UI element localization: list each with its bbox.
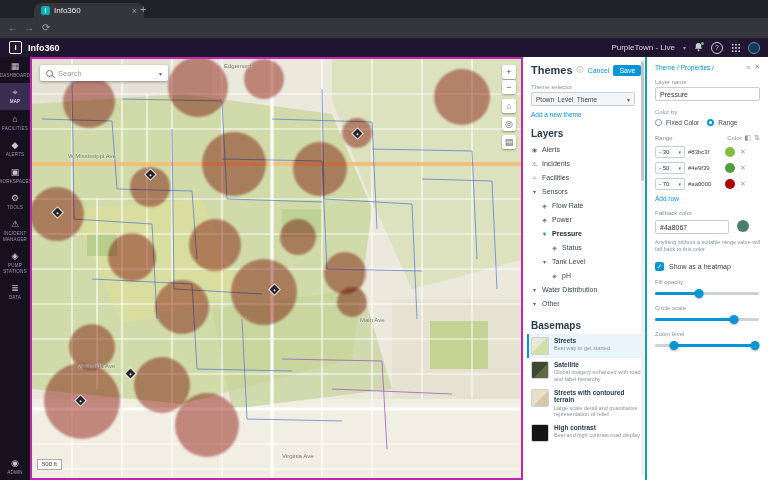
- layer-item-flow-rate[interactable]: ◈Flow Rate: [531, 198, 645, 212]
- fill-opacity-slider[interactable]: [655, 292, 759, 295]
- heatmap-circle: [337, 287, 367, 317]
- chevron-down-icon[interactable]: ▾: [531, 300, 538, 307]
- layer-item-label: Status: [562, 244, 582, 251]
- layer-item-pressure[interactable]: ▾Pressure: [531, 226, 645, 240]
- notifications-bell-icon[interactable]: [694, 42, 703, 54]
- range-row: - 70▾#aa0000✕: [655, 178, 760, 190]
- range-color-swatch[interactable]: [725, 179, 735, 189]
- browser-tab[interactable]: I Info360 ×: [34, 3, 144, 18]
- sidebar-item-map[interactable]: ⌖Map: [0, 83, 30, 109]
- delete-row-icon[interactable]: ✕: [740, 148, 746, 156]
- layer-item-tank-level[interactable]: ▾Tank Level: [531, 254, 645, 268]
- layer-item-facilities[interactable]: ⌂Facilities: [531, 170, 645, 184]
- breadcrumb[interactable]: Theme / Properties /: [655, 64, 742, 71]
- sidebar-item-facilities[interactable]: ⌂Facilities: [0, 110, 30, 136]
- close-icon[interactable]: ✕: [754, 63, 760, 71]
- new-tab-button[interactable]: +: [140, 3, 146, 15]
- home-extent-button[interactable]: ⌂: [502, 99, 516, 113]
- sidebar-item-pump-stations[interactable]: ◈Pump Stations: [0, 247, 30, 279]
- range-radio[interactable]: [707, 119, 714, 126]
- palette-icon[interactable]: ◧: [745, 134, 752, 142]
- sidebar-item-tools[interactable]: ⚙Tools: [0, 189, 30, 215]
- layer-item-status[interactable]: ◈Status: [531, 240, 645, 254]
- sidebar-item-data[interactable]: ≣Data: [0, 279, 30, 305]
- workspace-selector[interactable]: PurpleTown - Live: [611, 43, 675, 52]
- sort-icon[interactable]: ⇅: [754, 134, 760, 142]
- chevron-down-icon[interactable]: ▾: [159, 70, 162, 77]
- range-operator-dropdown[interactable]: - 50▾: [655, 162, 685, 174]
- admin-icon: ◉: [11, 459, 19, 468]
- theme-selector-dropdown[interactable]: Ptown_Level_Theme ▾: [531, 92, 635, 106]
- reload-icon[interactable]: ⟳: [42, 22, 50, 33]
- layer-item-water-distribution[interactable]: ▾Water Distribution: [531, 282, 645, 296]
- panel-menu-icon[interactable]: ≡: [746, 64, 750, 71]
- layers-button[interactable]: ▤: [502, 135, 516, 149]
- basemap-item-terrain[interactable]: Streets with contoured terrainLarge scal…: [527, 386, 645, 421]
- save-button[interactable]: Save: [613, 65, 641, 76]
- sensor-icon: ◈: [551, 244, 558, 251]
- chevron-down-icon[interactable]: ▾: [531, 188, 538, 195]
- chevron-down-icon[interactable]: ▾: [531, 286, 538, 293]
- range-operator-dropdown[interactable]: - 70▾: [655, 178, 685, 190]
- forward-icon[interactable]: →: [24, 22, 34, 33]
- layer-name-input[interactable]: Pressure: [655, 87, 760, 101]
- layer-item-power[interactable]: ◈Power: [531, 212, 645, 226]
- help-icon[interactable]: ?: [711, 42, 723, 54]
- contrast-thumbnail: [531, 424, 549, 442]
- sidebar-item-admin[interactable]: ◉Admin: [0, 454, 30, 480]
- sidebar-item-label: Facilities: [2, 126, 28, 131]
- fallback-color-input[interactable]: #4a8067: [655, 220, 729, 234]
- zoom-level-label: Zoom level: [655, 331, 760, 337]
- circle-scale-slider[interactable]: [655, 318, 759, 321]
- user-avatar[interactable]: [748, 42, 760, 54]
- slider-handle-min[interactable]: [669, 341, 678, 350]
- basemap-item-contrast[interactable]: High contrastBest and high contrast road…: [527, 421, 645, 445]
- zoom-level-slider[interactable]: [655, 344, 759, 347]
- add-row-link[interactable]: Add row: [655, 195, 760, 202]
- layer-item-ph[interactable]: ◈pH: [531, 268, 645, 282]
- fallback-color-swatch[interactable]: [737, 220, 749, 232]
- app-grid-icon[interactable]: [731, 43, 740, 52]
- zoom-in-button[interactable]: +: [502, 65, 516, 79]
- range-color-swatch[interactable]: [725, 163, 735, 173]
- chevron-down-icon[interactable]: ▾: [541, 230, 548, 237]
- basemap-item-satellite[interactable]: SatelliteGlobal imagery enhanced with ro…: [527, 358, 645, 386]
- scrollbar[interactable]: [641, 61, 644, 475]
- add-theme-link[interactable]: Add a new theme: [531, 111, 645, 118]
- layer-item-label: Facilities: [542, 174, 569, 181]
- cancel-button[interactable]: Cancel: [588, 67, 610, 74]
- delete-row-icon[interactable]: ✕: [740, 180, 746, 188]
- map-search-box[interactable]: Search ▾: [40, 65, 168, 81]
- basemap-description: Large scale detail and quantitative repr…: [554, 405, 641, 418]
- range-color-swatch[interactable]: [725, 147, 735, 157]
- app-logo[interactable]: I: [9, 41, 22, 54]
- info-icon[interactable]: ⓘ: [577, 65, 584, 75]
- basemap-description: Best way to get started: [554, 345, 610, 352]
- slider-handle[interactable]: [730, 315, 739, 324]
- delete-row-icon[interactable]: ✕: [740, 164, 746, 172]
- heatmap-checkbox-label: Show as a heatmap: [669, 263, 731, 270]
- locate-button[interactable]: ◎: [502, 117, 516, 131]
- layer-item-sensors[interactable]: ▾Sensors: [531, 184, 645, 198]
- sidebar-item-alerts[interactable]: ◆Alerts: [0, 136, 30, 162]
- tab-close-icon[interactable]: ×: [132, 6, 137, 16]
- heatmap-checkbox[interactable]: ✓: [655, 262, 664, 271]
- sidebar-item-incident-manager[interactable]: ⚠Incident Manager: [0, 215, 30, 247]
- basemap-item-streets[interactable]: StreetsBest way to get started: [527, 334, 645, 358]
- map-viewport[interactable]: EdgemontW Mississippi AveMain AveW Flori…: [30, 57, 523, 480]
- map-icon: ⌖: [12, 88, 17, 97]
- app-header-right: PurpleTown - Live ▾ ?: [611, 38, 760, 57]
- fixed-color-radio[interactable]: [655, 119, 662, 126]
- slider-handle-max[interactable]: [750, 341, 759, 350]
- layer-item-other[interactable]: ▾Other: [531, 296, 645, 310]
- zoom-out-button[interactable]: −: [502, 80, 516, 94]
- layer-item-alerts[interactable]: ◉Alerts: [531, 142, 645, 156]
- range-operator-dropdown[interactable]: - 30▾: [655, 146, 685, 158]
- slider-handle[interactable]: [694, 289, 703, 298]
- sidebar-item-dashboard[interactable]: ▦Dashboard: [0, 57, 30, 83]
- chevron-down-icon[interactable]: ▾: [541, 258, 548, 265]
- layer-item-incidents[interactable]: ⚠Incidents: [531, 156, 645, 170]
- back-icon[interactable]: ←: [8, 22, 18, 33]
- heatmap-circle: [63, 76, 115, 128]
- sidebar-item-workspaces[interactable]: ▣Workspaces: [0, 163, 30, 189]
